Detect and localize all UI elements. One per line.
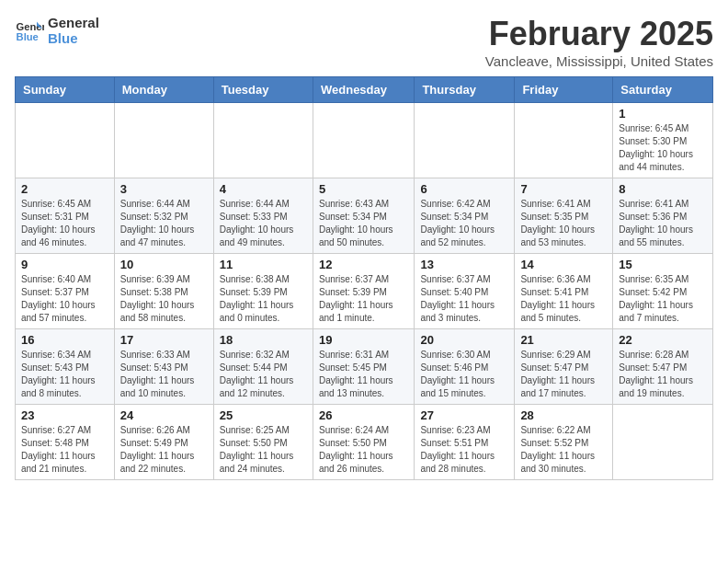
calendar-table: SundayMondayTuesdayWednesdayThursdayFrid…	[15, 76, 713, 480]
calendar-week-5: 23Sunrise: 6:27 AM Sunset: 5:48 PM Dayli…	[16, 405, 713, 480]
day-number: 14	[520, 258, 607, 271]
calendar-cell: 8Sunrise: 6:41 AM Sunset: 5:36 PM Daylig…	[613, 178, 713, 254]
logo: General Blue General Blue	[15, 15, 99, 46]
day-number: 7	[520, 182, 607, 196]
day-header-saturday: Saturday	[613, 77, 713, 103]
day-header-tuesday: Tuesday	[213, 77, 313, 103]
day-info: Sunrise: 6:40 AM Sunset: 5:37 PM Dayligh…	[21, 273, 108, 325]
month-title: February 2025	[485, 15, 713, 53]
day-info: Sunrise: 6:30 AM Sunset: 5:46 PM Dayligh…	[420, 349, 508, 400]
day-number: 12	[319, 258, 408, 271]
calendar-title-area: February 2025 Vancleave, Mississippi, Un…	[485, 15, 713, 69]
logo-icon: General Blue	[15, 16, 44, 45]
calendar-cell: 13Sunrise: 6:37 AM Sunset: 5:40 PM Dayli…	[415, 254, 515, 329]
day-info: Sunrise: 6:41 AM Sunset: 5:36 PM Dayligh…	[619, 198, 707, 249]
day-number: 8	[619, 182, 707, 196]
day-number: 13	[420, 258, 508, 271]
calendar-cell: 7Sunrise: 6:41 AM Sunset: 5:35 PM Daylig…	[515, 178, 613, 254]
day-number: 1	[619, 107, 707, 121]
day-info: Sunrise: 6:25 AM Sunset: 5:50 PM Dayligh…	[220, 424, 307, 476]
calendar-cell: 26Sunrise: 6:24 AM Sunset: 5:50 PM Dayli…	[313, 405, 414, 480]
calendar-cell: 4Sunrise: 6:44 AM Sunset: 5:33 PM Daylig…	[213, 178, 313, 254]
day-number: 25	[220, 408, 307, 422]
day-info: Sunrise: 6:22 AM Sunset: 5:52 PM Dayligh…	[520, 424, 607, 476]
day-info: Sunrise: 6:24 AM Sunset: 5:50 PM Dayligh…	[319, 424, 408, 476]
day-number: 27	[420, 408, 508, 422]
day-number: 23	[21, 408, 108, 422]
day-info: Sunrise: 6:38 AM Sunset: 5:39 PM Dayligh…	[220, 273, 307, 325]
day-info: Sunrise: 6:32 AM Sunset: 5:44 PM Dayligh…	[220, 349, 307, 400]
day-info: Sunrise: 6:42 AM Sunset: 5:34 PM Dayligh…	[420, 198, 508, 249]
calendar-week-4: 16Sunrise: 6:34 AM Sunset: 5:43 PM Dayli…	[16, 329, 713, 405]
day-number: 24	[120, 408, 208, 422]
day-header-thursday: Thursday	[415, 77, 515, 103]
day-info: Sunrise: 6:37 AM Sunset: 5:40 PM Dayligh…	[420, 273, 508, 325]
calendar-cell: 10Sunrise: 6:39 AM Sunset: 5:38 PM Dayli…	[114, 254, 213, 329]
day-number: 15	[619, 258, 707, 271]
day-number: 21	[520, 333, 607, 347]
calendar-cell: 27Sunrise: 6:23 AM Sunset: 5:51 PM Dayli…	[415, 405, 515, 480]
logo-wordmark: General Blue	[48, 15, 99, 46]
day-number: 4	[220, 182, 307, 196]
day-number: 18	[220, 333, 307, 347]
day-info: Sunrise: 6:29 AM Sunset: 5:47 PM Dayligh…	[520, 349, 607, 400]
day-header-friday: Friday	[515, 77, 613, 103]
day-number: 10	[120, 258, 208, 271]
day-info: Sunrise: 6:39 AM Sunset: 5:38 PM Dayligh…	[120, 273, 208, 325]
calendar-cell: 22Sunrise: 6:28 AM Sunset: 5:47 PM Dayli…	[613, 329, 713, 405]
calendar-cell: 3Sunrise: 6:44 AM Sunset: 5:32 PM Daylig…	[114, 178, 213, 254]
day-number: 26	[319, 408, 408, 422]
calendar-cell	[213, 103, 313, 178]
calendar-cell: 5Sunrise: 6:43 AM Sunset: 5:34 PM Daylig…	[313, 178, 414, 254]
day-info: Sunrise: 6:27 AM Sunset: 5:48 PM Dayligh…	[21, 424, 108, 476]
calendar-header-row: SundayMondayTuesdayWednesdayThursdayFrid…	[16, 77, 713, 103]
day-info: Sunrise: 6:33 AM Sunset: 5:43 PM Dayligh…	[120, 349, 208, 400]
calendar-cell	[114, 103, 213, 178]
calendar-cell	[515, 103, 613, 178]
calendar-cell: 14Sunrise: 6:36 AM Sunset: 5:41 PM Dayli…	[515, 254, 613, 329]
day-number: 17	[120, 333, 208, 347]
calendar-cell: 20Sunrise: 6:30 AM Sunset: 5:46 PM Dayli…	[415, 329, 515, 405]
day-number: 6	[420, 182, 508, 196]
calendar-cell: 16Sunrise: 6:34 AM Sunset: 5:43 PM Dayli…	[16, 329, 115, 405]
day-info: Sunrise: 6:44 AM Sunset: 5:33 PM Dayligh…	[220, 198, 307, 249]
day-number: 11	[220, 258, 307, 271]
calendar-cell: 24Sunrise: 6:26 AM Sunset: 5:49 PM Dayli…	[114, 405, 213, 480]
calendar-cell: 1Sunrise: 6:45 AM Sunset: 5:30 PM Daylig…	[613, 103, 713, 178]
day-info: Sunrise: 6:28 AM Sunset: 5:47 PM Dayligh…	[619, 349, 707, 400]
calendar-cell: 12Sunrise: 6:37 AM Sunset: 5:39 PM Dayli…	[313, 254, 414, 329]
page-header: General Blue General Blue February 2025 …	[15, 15, 713, 69]
day-header-monday: Monday	[114, 77, 213, 103]
calendar-cell: 9Sunrise: 6:40 AM Sunset: 5:37 PM Daylig…	[16, 254, 115, 329]
calendar-cell	[16, 103, 115, 178]
calendar-cell: 18Sunrise: 6:32 AM Sunset: 5:44 PM Dayli…	[213, 329, 313, 405]
day-info: Sunrise: 6:26 AM Sunset: 5:49 PM Dayligh…	[120, 424, 208, 476]
day-info: Sunrise: 6:43 AM Sunset: 5:34 PM Dayligh…	[319, 198, 408, 249]
day-number: 19	[319, 333, 408, 347]
day-info: Sunrise: 6:45 AM Sunset: 5:30 PM Dayligh…	[619, 122, 707, 174]
calendar-cell	[613, 405, 713, 480]
day-number: 5	[319, 182, 408, 196]
day-info: Sunrise: 6:31 AM Sunset: 5:45 PM Dayligh…	[319, 349, 408, 400]
day-info: Sunrise: 6:37 AM Sunset: 5:39 PM Dayligh…	[319, 273, 408, 325]
logo-line2: Blue	[48, 30, 99, 46]
calendar-week-3: 9Sunrise: 6:40 AM Sunset: 5:37 PM Daylig…	[16, 254, 713, 329]
day-number: 3	[120, 182, 208, 196]
svg-text:Blue: Blue	[17, 31, 39, 42]
day-info: Sunrise: 6:45 AM Sunset: 5:31 PM Dayligh…	[21, 198, 108, 249]
calendar-week-2: 2Sunrise: 6:45 AM Sunset: 5:31 PM Daylig…	[16, 178, 713, 254]
day-info: Sunrise: 6:34 AM Sunset: 5:43 PM Dayligh…	[21, 349, 108, 400]
day-number: 2	[21, 182, 108, 196]
calendar-cell: 6Sunrise: 6:42 AM Sunset: 5:34 PM Daylig…	[415, 178, 515, 254]
calendar-cell: 28Sunrise: 6:22 AM Sunset: 5:52 PM Dayli…	[515, 405, 613, 480]
calendar-cell: 2Sunrise: 6:45 AM Sunset: 5:31 PM Daylig…	[16, 178, 115, 254]
calendar-cell: 21Sunrise: 6:29 AM Sunset: 5:47 PM Dayli…	[515, 329, 613, 405]
day-info: Sunrise: 6:41 AM Sunset: 5:35 PM Dayligh…	[520, 198, 607, 249]
day-number: 22	[619, 333, 707, 347]
calendar-cell: 15Sunrise: 6:35 AM Sunset: 5:42 PM Dayli…	[613, 254, 713, 329]
calendar-cell: 17Sunrise: 6:33 AM Sunset: 5:43 PM Dayli…	[114, 329, 213, 405]
logo-line1: General	[48, 15, 99, 30]
day-number: 28	[520, 408, 607, 422]
calendar-week-1: 1Sunrise: 6:45 AM Sunset: 5:30 PM Daylig…	[16, 103, 713, 178]
day-number: 20	[420, 333, 508, 347]
